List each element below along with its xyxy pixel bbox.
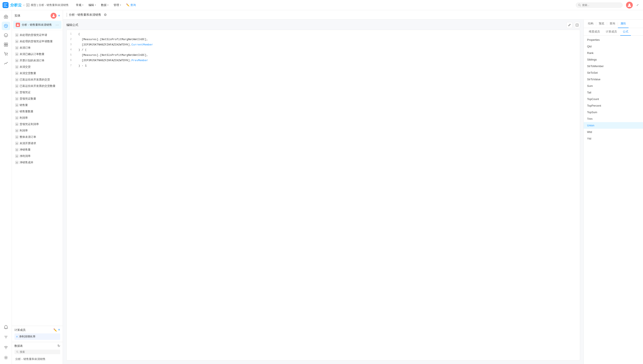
measure-item[interactable]: ▤ 未清开票请求 xyxy=(12,140,63,146)
table-search-input[interactable] xyxy=(20,350,59,354)
editor-area: 编辑公式 1 ( 2 [Measures].[NetSlsPro xyxy=(63,20,643,364)
tab-query[interactable]: 查询 xyxy=(607,20,618,28)
sidebar-dashboard-icon[interactable] xyxy=(2,40,10,49)
sidebar-settings-icon[interactable] xyxy=(2,354,10,362)
measure-label: 货项凭证 xyxy=(20,90,31,94)
function-item[interactable]: Sum xyxy=(584,82,643,89)
function-item[interactable]: StrToSet xyxy=(584,70,643,76)
search-wrap[interactable] xyxy=(15,350,60,354)
measure-icon: ▤ xyxy=(15,136,18,138)
refresh-button[interactable]: ↻ xyxy=(57,344,60,348)
search-bar[interactable] xyxy=(576,2,622,8)
measure-item[interactable]: ▤ 净销售量 xyxy=(12,146,63,153)
entity-icon xyxy=(16,23,20,27)
layout-button[interactable] xyxy=(574,22,580,28)
measure-item[interactable]: ▤ 销售量 xyxy=(12,102,63,108)
function-item[interactable]: StrToMember xyxy=(584,63,643,70)
measure-item[interactable]: ▤ 开票计划的未清订单 xyxy=(12,57,63,64)
function-item[interactable]: Union xyxy=(584,122,643,129)
svg-point-23 xyxy=(53,14,54,16)
add-entity-button[interactable]: + xyxy=(58,14,60,18)
entity-more-icon[interactable]: ⋯ xyxy=(56,23,59,27)
measure-item[interactable]: ▤ 利润率 xyxy=(12,115,63,121)
entity-item[interactable]: 分析 - 销售量和未清销售 ⋯ xyxy=(13,21,62,29)
function-item[interactable]: TopSum xyxy=(584,109,643,116)
sidebar-chart-icon[interactable] xyxy=(2,59,10,68)
function-item[interactable]: Ytd xyxy=(584,135,643,142)
tab-preview[interactable]: 预览 xyxy=(596,20,607,28)
function-item[interactable]: Properties xyxy=(584,36,643,43)
calc-item[interactable]: ≡ 净利润增长率 xyxy=(15,334,60,340)
function-item[interactable]: Rank xyxy=(584,50,643,56)
function-item[interactable]: StrToValue xyxy=(584,76,643,82)
back-button[interactable]: ‹ xyxy=(23,3,25,7)
edit-mode-button[interactable] xyxy=(566,22,572,28)
function-item[interactable]: Siblings xyxy=(584,56,643,63)
measure-icon: ▤ xyxy=(15,34,18,36)
measure-item[interactable]: ▤ 销售量数量 xyxy=(12,108,63,115)
sidebar-analytics-icon[interactable] xyxy=(2,22,10,30)
chevron-down-icon: ▾ xyxy=(107,4,108,6)
code-editor[interactable]: 1 ( 2 [Measures].[NetSlsProfitMargNetAmt… xyxy=(66,30,580,360)
line-content: ) / ( xyxy=(74,48,580,52)
subtab-formula[interactable]: 公式 xyxy=(620,28,631,36)
tab-structure[interactable]: 结构 xyxy=(585,20,596,28)
sidebar-cart-icon[interactable] xyxy=(2,50,10,58)
measure-item[interactable]: ▤ 货项凭证利润率 xyxy=(12,121,63,128)
line-number: 6 xyxy=(67,58,74,63)
measure-item[interactable]: ▤ 已装运但未开发票的交货 xyxy=(12,76,63,83)
measure-icon: ▤ xyxy=(15,97,18,100)
code-line: 1 ( xyxy=(67,32,580,37)
measure-item[interactable]: ▤ 未清已确认订单数量 xyxy=(12,51,63,57)
sidebar-filter-icon[interactable] xyxy=(2,333,10,342)
svg-point-11 xyxy=(4,34,8,37)
sidebar-home-icon[interactable] xyxy=(2,12,10,21)
measure-icon: ▤ xyxy=(15,53,18,56)
measure-item[interactable]: ▤ 整体未清订单 xyxy=(12,134,63,140)
function-item[interactable]: Qtd xyxy=(584,43,643,50)
nav-data[interactable]: 数据 ▾ xyxy=(99,2,111,8)
measure-item[interactable]: ▤ 未处理的货项凭证申请 xyxy=(12,32,63,38)
function-item[interactable]: TopCount xyxy=(584,96,643,102)
measure-item[interactable]: ▤ 未处理的货项凭证申请数量 xyxy=(12,38,63,44)
nav-manage[interactable]: 管理 ▾ xyxy=(111,2,123,8)
function-item[interactable]: Tail xyxy=(584,89,643,96)
measure-item[interactable]: ▤ 未清交货 xyxy=(12,64,63,70)
function-item[interactable]: Wtd xyxy=(584,129,643,135)
function-item[interactable]: TopPercent xyxy=(584,102,643,109)
search-input[interactable] xyxy=(582,4,620,6)
measure-item[interactable]: ▤ 利润率 xyxy=(12,128,63,134)
data-table-item[interactable]: 分析 - 销售量和未清销售 xyxy=(15,356,60,362)
query-button[interactable]: ✏️ 查询 xyxy=(124,2,138,8)
sidebar-wifi-icon[interactable] xyxy=(2,343,10,352)
measure-item[interactable]: ▤ 未清交货数量 xyxy=(12,70,63,76)
measure-item[interactable]: ▤ 净利润率 xyxy=(12,153,63,159)
settings-icon[interactable]: ⚙ xyxy=(104,13,107,17)
edit-calc-button[interactable]: ✏️ xyxy=(53,328,57,332)
formula-editor: 编辑公式 1 ( 2 [Measures].[NetSlsPro xyxy=(63,20,583,364)
measure-item[interactable]: ▤ 已装运但未开发票的交货数量 xyxy=(12,83,63,89)
expand-button[interactable]: ⤢ xyxy=(634,2,640,8)
subtab-dimension[interactable]: 维度成员 xyxy=(586,28,602,36)
add-calc-button[interactable]: + xyxy=(58,328,60,332)
measure-icon: ▤ xyxy=(15,66,18,68)
function-item[interactable]: Trim xyxy=(584,116,643,122)
measure-item[interactable]: ▤ 货项凭证 xyxy=(12,89,63,96)
subtab-calc[interactable]: 计算成员 xyxy=(603,28,619,36)
measure-item[interactable]: ▤ 未清订单 xyxy=(12,44,63,51)
svg-point-22 xyxy=(5,357,7,358)
entity-avatar[interactable] xyxy=(51,13,57,19)
svg-rect-9 xyxy=(6,16,8,18)
measure-item[interactable]: ▤ 货项凭证数量 xyxy=(12,96,63,102)
tab-properties[interactable]: 属性 xyxy=(618,20,628,28)
nav-edit[interactable]: 编辑 ▾ xyxy=(86,2,98,8)
measure-label: 净销售成本 xyxy=(20,160,33,164)
panel-header: 实体 + xyxy=(12,10,63,20)
measure-item[interactable]: ▤ 净销售成本 xyxy=(12,159,63,166)
measure-icon: ▤ xyxy=(15,78,18,81)
sidebar-notification-icon[interactable] xyxy=(2,323,10,331)
nav-normal[interactable]: 常规 ▾ xyxy=(74,2,86,8)
collapse-sidebar-button[interactable] xyxy=(3,2,9,8)
svg-point-17 xyxy=(7,55,8,56)
sidebar-model-icon[interactable] xyxy=(2,31,10,40)
